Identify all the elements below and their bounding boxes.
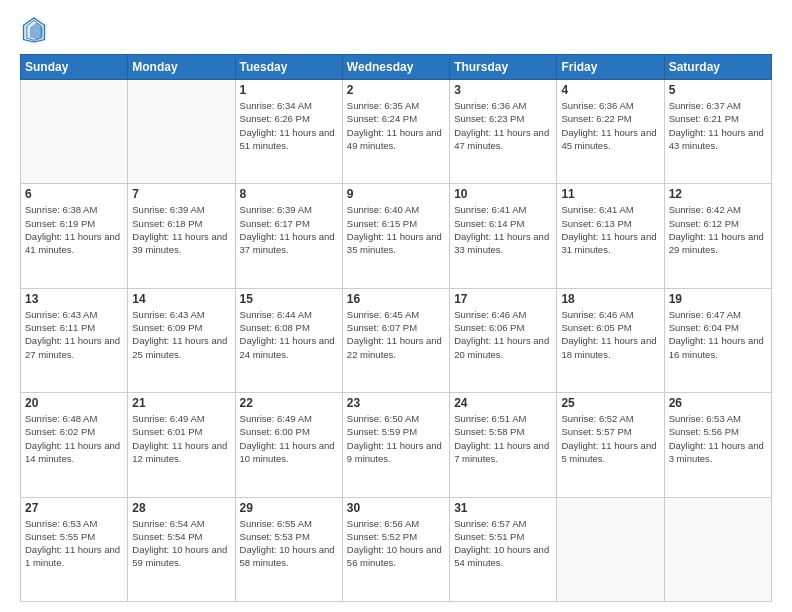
table-row: 23Sunrise: 6:50 AMSunset: 5:59 PMDayligh…	[342, 393, 449, 497]
table-row: 25Sunrise: 6:52 AMSunset: 5:57 PMDayligh…	[557, 393, 664, 497]
day-info: Sunrise: 6:48 AMSunset: 6:02 PMDaylight:…	[25, 412, 123, 465]
day-info: Sunrise: 6:39 AMSunset: 6:18 PMDaylight:…	[132, 203, 230, 256]
day-number: 23	[347, 396, 445, 410]
day-number: 21	[132, 396, 230, 410]
day-number: 28	[132, 501, 230, 515]
day-info: Sunrise: 6:49 AMSunset: 6:00 PMDaylight:…	[240, 412, 338, 465]
table-row: 5Sunrise: 6:37 AMSunset: 6:21 PMDaylight…	[664, 80, 771, 184]
day-info: Sunrise: 6:41 AMSunset: 6:14 PMDaylight:…	[454, 203, 552, 256]
col-tuesday: Tuesday	[235, 55, 342, 80]
table-row: 18Sunrise: 6:46 AMSunset: 6:05 PMDayligh…	[557, 288, 664, 392]
day-number: 8	[240, 187, 338, 201]
table-row	[664, 497, 771, 601]
day-info: Sunrise: 6:55 AMSunset: 5:53 PMDaylight:…	[240, 517, 338, 570]
day-number: 5	[669, 83, 767, 97]
table-row: 31Sunrise: 6:57 AMSunset: 5:51 PMDayligh…	[450, 497, 557, 601]
day-info: Sunrise: 6:46 AMSunset: 6:05 PMDaylight:…	[561, 308, 659, 361]
logo-icon	[22, 16, 46, 44]
day-number: 18	[561, 292, 659, 306]
logo	[20, 16, 46, 44]
calendar-week-row: 6Sunrise: 6:38 AMSunset: 6:19 PMDaylight…	[21, 184, 772, 288]
day-info: Sunrise: 6:46 AMSunset: 6:06 PMDaylight:…	[454, 308, 552, 361]
day-number: 14	[132, 292, 230, 306]
table-row: 4Sunrise: 6:36 AMSunset: 6:22 PMDaylight…	[557, 80, 664, 184]
calendar-week-row: 27Sunrise: 6:53 AMSunset: 5:55 PMDayligh…	[21, 497, 772, 601]
day-number: 12	[669, 187, 767, 201]
col-monday: Monday	[128, 55, 235, 80]
day-info: Sunrise: 6:54 AMSunset: 5:54 PMDaylight:…	[132, 517, 230, 570]
day-info: Sunrise: 6:53 AMSunset: 5:56 PMDaylight:…	[669, 412, 767, 465]
day-number: 25	[561, 396, 659, 410]
day-info: Sunrise: 6:39 AMSunset: 6:17 PMDaylight:…	[240, 203, 338, 256]
day-info: Sunrise: 6:35 AMSunset: 6:24 PMDaylight:…	[347, 99, 445, 152]
day-number: 6	[25, 187, 123, 201]
day-number: 3	[454, 83, 552, 97]
table-row: 27Sunrise: 6:53 AMSunset: 5:55 PMDayligh…	[21, 497, 128, 601]
day-info: Sunrise: 6:56 AMSunset: 5:52 PMDaylight:…	[347, 517, 445, 570]
day-info: Sunrise: 6:37 AMSunset: 6:21 PMDaylight:…	[669, 99, 767, 152]
table-row: 8Sunrise: 6:39 AMSunset: 6:17 PMDaylight…	[235, 184, 342, 288]
table-row: 3Sunrise: 6:36 AMSunset: 6:23 PMDaylight…	[450, 80, 557, 184]
table-row: 13Sunrise: 6:43 AMSunset: 6:11 PMDayligh…	[21, 288, 128, 392]
col-saturday: Saturday	[664, 55, 771, 80]
calendar-week-row: 20Sunrise: 6:48 AMSunset: 6:02 PMDayligh…	[21, 393, 772, 497]
header	[20, 16, 772, 44]
table-row: 22Sunrise: 6:49 AMSunset: 6:00 PMDayligh…	[235, 393, 342, 497]
table-row: 17Sunrise: 6:46 AMSunset: 6:06 PMDayligh…	[450, 288, 557, 392]
day-info: Sunrise: 6:52 AMSunset: 5:57 PMDaylight:…	[561, 412, 659, 465]
col-thursday: Thursday	[450, 55, 557, 80]
table-row: 1Sunrise: 6:34 AMSunset: 6:26 PMDaylight…	[235, 80, 342, 184]
table-row: 14Sunrise: 6:43 AMSunset: 6:09 PMDayligh…	[128, 288, 235, 392]
table-row	[128, 80, 235, 184]
table-row: 2Sunrise: 6:35 AMSunset: 6:24 PMDaylight…	[342, 80, 449, 184]
day-number: 13	[25, 292, 123, 306]
day-number: 1	[240, 83, 338, 97]
day-info: Sunrise: 6:42 AMSunset: 6:12 PMDaylight:…	[669, 203, 767, 256]
table-row: 30Sunrise: 6:56 AMSunset: 5:52 PMDayligh…	[342, 497, 449, 601]
table-row: 26Sunrise: 6:53 AMSunset: 5:56 PMDayligh…	[664, 393, 771, 497]
day-number: 2	[347, 83, 445, 97]
day-info: Sunrise: 6:45 AMSunset: 6:07 PMDaylight:…	[347, 308, 445, 361]
table-row	[557, 497, 664, 601]
day-number: 29	[240, 501, 338, 515]
day-number: 16	[347, 292, 445, 306]
table-row: 7Sunrise: 6:39 AMSunset: 6:18 PMDaylight…	[128, 184, 235, 288]
day-info: Sunrise: 6:50 AMSunset: 5:59 PMDaylight:…	[347, 412, 445, 465]
table-row: 16Sunrise: 6:45 AMSunset: 6:07 PMDayligh…	[342, 288, 449, 392]
table-row: 15Sunrise: 6:44 AMSunset: 6:08 PMDayligh…	[235, 288, 342, 392]
day-info: Sunrise: 6:49 AMSunset: 6:01 PMDaylight:…	[132, 412, 230, 465]
day-info: Sunrise: 6:51 AMSunset: 5:58 PMDaylight:…	[454, 412, 552, 465]
day-number: 26	[669, 396, 767, 410]
day-info: Sunrise: 6:36 AMSunset: 6:22 PMDaylight:…	[561, 99, 659, 152]
day-number: 30	[347, 501, 445, 515]
day-number: 17	[454, 292, 552, 306]
table-row: 24Sunrise: 6:51 AMSunset: 5:58 PMDayligh…	[450, 393, 557, 497]
table-row: 21Sunrise: 6:49 AMSunset: 6:01 PMDayligh…	[128, 393, 235, 497]
day-number: 15	[240, 292, 338, 306]
calendar-week-row: 1Sunrise: 6:34 AMSunset: 6:26 PMDaylight…	[21, 80, 772, 184]
day-number: 7	[132, 187, 230, 201]
calendar-week-row: 13Sunrise: 6:43 AMSunset: 6:11 PMDayligh…	[21, 288, 772, 392]
table-row: 19Sunrise: 6:47 AMSunset: 6:04 PMDayligh…	[664, 288, 771, 392]
day-number: 22	[240, 396, 338, 410]
day-info: Sunrise: 6:47 AMSunset: 6:04 PMDaylight:…	[669, 308, 767, 361]
day-number: 27	[25, 501, 123, 515]
day-info: Sunrise: 6:41 AMSunset: 6:13 PMDaylight:…	[561, 203, 659, 256]
table-row: 12Sunrise: 6:42 AMSunset: 6:12 PMDayligh…	[664, 184, 771, 288]
calendar-table: Sunday Monday Tuesday Wednesday Thursday…	[20, 54, 772, 602]
table-row: 11Sunrise: 6:41 AMSunset: 6:13 PMDayligh…	[557, 184, 664, 288]
table-row: 9Sunrise: 6:40 AMSunset: 6:15 PMDaylight…	[342, 184, 449, 288]
day-number: 20	[25, 396, 123, 410]
day-info: Sunrise: 6:44 AMSunset: 6:08 PMDaylight:…	[240, 308, 338, 361]
table-row: 6Sunrise: 6:38 AMSunset: 6:19 PMDaylight…	[21, 184, 128, 288]
day-info: Sunrise: 6:57 AMSunset: 5:51 PMDaylight:…	[454, 517, 552, 570]
day-number: 24	[454, 396, 552, 410]
table-row	[21, 80, 128, 184]
day-info: Sunrise: 6:40 AMSunset: 6:15 PMDaylight:…	[347, 203, 445, 256]
col-sunday: Sunday	[21, 55, 128, 80]
day-number: 11	[561, 187, 659, 201]
day-info: Sunrise: 6:53 AMSunset: 5:55 PMDaylight:…	[25, 517, 123, 570]
day-number: 19	[669, 292, 767, 306]
table-row: 28Sunrise: 6:54 AMSunset: 5:54 PMDayligh…	[128, 497, 235, 601]
page: Sunday Monday Tuesday Wednesday Thursday…	[0, 0, 792, 612]
